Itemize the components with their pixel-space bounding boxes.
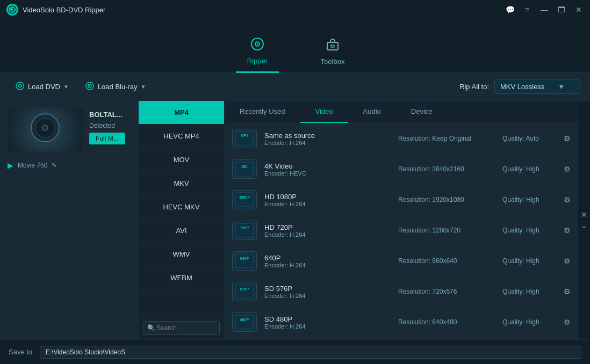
quality-row-576p[interactable]: 576P SD 576P Encoder: H.264 Resolution: … (225, 276, 578, 307)
format-item-avi[interactable]: AVI (139, 219, 224, 243)
format-item-mp4[interactable]: MP4 (139, 101, 224, 125)
menu-btn[interactable]: ≡ (522, 5, 532, 14)
format-item-webm[interactable]: WEBM (139, 266, 224, 290)
svg-text:4K: 4K (241, 164, 248, 169)
quality-info-4k: 4K Video Encoder: HEVC (264, 162, 391, 177)
save-path-input[interactable]: E:\VideoSolo Studio\VideoS (40, 346, 581, 359)
titlebar: VideoSolo BD-DVD Ripper 💬 ≡ — 🗖 ✕ (0, 0, 590, 19)
track-name: Movie 750 (18, 162, 47, 169)
svg-rect-22 (235, 254, 254, 268)
disc-title: BOLTAL... (89, 111, 125, 119)
quality-row-720p[interactable]: 720P HD 720P Encoder: H.264 Resolution: … (225, 215, 578, 246)
tab-ripper[interactable]: Ripper (236, 37, 279, 73)
format-item-hevc-mp4[interactable]: HEVC MP4 (139, 125, 224, 148)
svg-text:640P: 640P (240, 257, 249, 260)
badge-480p: 480P (232, 312, 257, 332)
rip-all-label: Rip All to: (459, 83, 489, 91)
gear-icon-0[interactable]: ⚙ (564, 134, 571, 143)
tab-audio[interactable]: Audio (348, 101, 396, 123)
quality-info-480p: SD 480P Encoder: H.264 (264, 315, 391, 330)
load-bluray-arrow: ▼ (141, 84, 146, 90)
bluray-icon (85, 81, 95, 93)
load-bluray-label: Load Blu-ray (98, 83, 138, 91)
load-bluray-button[interactable]: Load Blu-ray ▼ (80, 78, 152, 96)
toolbar: Load DVD ▼ Load Blu-ray ▼ Rip All to: MK… (0, 73, 590, 101)
maximize-btn[interactable]: 🗖 (557, 5, 566, 14)
tab-ripper-label: Ripper (247, 57, 268, 65)
quality-row-640p[interactable]: 640P 640P Encoder: H.264 Resolution: 960… (225, 246, 578, 276)
quality-row-4k[interactable]: 4K 4K Video Encoder: HEVC Resolution: 38… (225, 154, 578, 185)
load-dvd-button[interactable]: Load DVD ▼ (10, 78, 74, 96)
save-to-label: Save to: (9, 348, 34, 356)
badge-4k: 4K (232, 159, 257, 179)
badge-640p: 640P (232, 251, 257, 271)
badge-1080p: 1080P (232, 190, 257, 209)
tab-toolbox-label: Toolbox (321, 57, 345, 65)
quality-info-640p: 640P Encoder: H.264 (264, 254, 391, 268)
rip-all-section: Rip All to: MKV Lossless ▼ (459, 79, 580, 94)
app-logo (6, 4, 18, 16)
format-item-mov[interactable]: MOV (139, 148, 224, 172)
app-title: VideoSolo BD-DVD Ripper (23, 6, 505, 14)
svg-rect-5 (331, 45, 334, 47)
close-btn[interactable]: ✕ (574, 5, 584, 14)
full-movie-btn[interactable]: Full M... (89, 133, 125, 144)
quality-panel: Recently Used Video Audio Device MP4 (225, 101, 578, 339)
quality-info-same-as-source: Same as source Encoder: H.264 (264, 132, 391, 146)
svg-rect-26 (235, 315, 254, 329)
minimize-btn[interactable]: — (539, 5, 549, 14)
toolbox-icon (325, 37, 340, 55)
quality-row-480p[interactable]: 480P SD 480P Encoder: H.264 Resolution: … (225, 307, 578, 338)
left-panel: BOLTAL... Detected Full M... ▶ Movie 750… (0, 101, 139, 339)
rip-format-dropdown[interactable]: MKV Lossless ▼ (494, 79, 580, 94)
svg-point-6 (16, 82, 24, 90)
scroll-up-btn[interactable]: ✕ (581, 210, 587, 219)
gear-icon-6[interactable]: ⚙ (564, 318, 571, 326)
quality-info-720p: HD 720P Encoder: H.264 (264, 223, 391, 238)
format-item-wmv[interactable]: WMV (139, 243, 224, 266)
gear-icon-1[interactable]: ⚙ (564, 165, 571, 173)
window-controls[interactable]: 💬 ≡ — 🗖 ✕ (505, 5, 584, 14)
main-content: BOLTAL... Detected Full M... ▶ Movie 750… (0, 101, 590, 339)
tab-recently-used[interactable]: Recently Used (225, 101, 300, 123)
gear-icon-2[interactable]: ⚙ (564, 195, 571, 204)
format-item-hevc-mkv[interactable]: HEVC MKV (139, 195, 224, 219)
rip-format-value: MKV Lossless (500, 83, 544, 91)
disc-preview (8, 108, 83, 151)
svg-text:720P: 720P (240, 226, 249, 230)
edit-icon[interactable]: ✎ (52, 162, 57, 169)
tab-device[interactable]: Device (396, 101, 448, 123)
badge-720p: 720P (232, 221, 257, 240)
disc-detected: Detected (89, 122, 125, 129)
gear-icon-3[interactable]: ⚙ (564, 226, 571, 235)
svg-text:MP4: MP4 (241, 134, 249, 137)
tab-video[interactable]: Video (300, 101, 348, 123)
format-panel: MP4 HEVC MP4 MOV MKV HEVC MKV AVI WMV WE… (139, 101, 225, 339)
format-item-mkv[interactable]: MKV (139, 172, 224, 195)
disc-icon (29, 112, 61, 149)
quality-row-1080p[interactable]: 1080P HD 1080P Encoder: H.264 Resolution… (225, 185, 578, 215)
format-search-area: 🔍 (139, 316, 224, 339)
svg-point-0 (9, 6, 16, 13)
svg-text:480P: 480P (240, 318, 249, 322)
feedback-btn[interactable]: 💬 (505, 5, 515, 14)
svg-rect-24 (235, 285, 254, 299)
svg-point-10 (89, 85, 90, 86)
scroll-down-btn[interactable]: ⌄ (581, 221, 587, 230)
quality-info-1080p: HD 1080P Encoder: H.264 (264, 193, 391, 207)
gear-icon-5[interactable]: ⚙ (564, 287, 571, 296)
svg-text:1080P: 1080P (239, 195, 250, 199)
svg-rect-20 (235, 223, 254, 237)
tab-toolbox[interactable]: Toolbox (311, 37, 354, 72)
svg-point-3 (257, 43, 258, 45)
quality-row-same-as-source[interactable]: MP4 Same as source Encoder: H.264 Resolu… (225, 123, 578, 154)
svg-rect-18 (235, 193, 254, 207)
quality-tabs: Recently Used Video Audio Device (225, 101, 578, 123)
play-icon[interactable]: ▶ (8, 161, 13, 170)
search-icon: 🔍 (147, 324, 155, 332)
nav-tabs: Ripper Toolbox (0, 19, 590, 73)
svg-point-7 (19, 84, 21, 87)
gear-icon-4[interactable]: ⚙ (564, 257, 571, 265)
ripper-icon (250, 37, 265, 55)
badge-same-as-source: MP4 (232, 129, 257, 148)
